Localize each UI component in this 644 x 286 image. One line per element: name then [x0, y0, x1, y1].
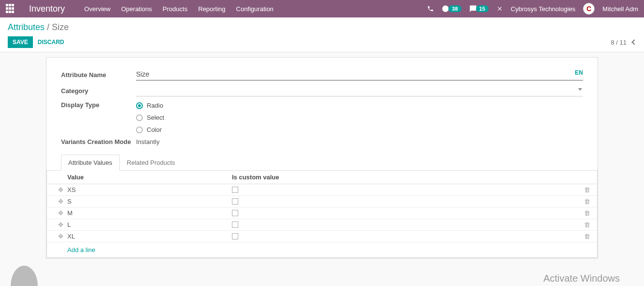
custom-checkbox[interactable]: [232, 198, 238, 205]
custom-checkbox[interactable]: [232, 233, 238, 239]
trash-icon[interactable]: 🗑: [576, 198, 590, 205]
custom-checkbox[interactable]: [232, 187, 238, 193]
avatar[interactable]: C: [583, 3, 595, 15]
col-header-custom: Is custom value: [232, 174, 576, 181]
trash-icon[interactable]: 🗑: [576, 221, 590, 228]
breadcrumb-current: Size: [52, 22, 69, 32]
lang-button[interactable]: EN: [575, 69, 583, 76]
pager: 8 / 11: [611, 39, 636, 46]
menu-reporting[interactable]: Reporting: [198, 5, 225, 13]
attribute-name-input[interactable]: [136, 69, 583, 80]
table-row[interactable]: ✥ XS 🗑: [47, 184, 597, 196]
col-header-value: Value: [67, 174, 232, 181]
messages-button[interactable]: 15: [469, 5, 489, 13]
phone-icon[interactable]: [427, 5, 434, 12]
breadcrumb: Attributes / Size: [8, 22, 636, 32]
drag-handle-icon[interactable]: ✥: [54, 198, 67, 205]
company-name[interactable]: Cybrosys Technologies: [511, 5, 575, 13]
category-label: Category: [61, 87, 136, 95]
breadcrumb-root[interactable]: Attributes: [8, 22, 45, 32]
main-menu: Overview Operations Products Reporting C…: [84, 5, 274, 13]
save-button[interactable]: Save: [8, 36, 33, 48]
chat-bubble-icon[interactable]: [11, 266, 38, 286]
messages-badge: 15: [476, 5, 489, 12]
table-row[interactable]: ✥ XL 🗑: [47, 231, 597, 242]
menu-operations[interactable]: Operations: [121, 5, 152, 13]
drag-handle-icon[interactable]: ✥: [54, 186, 67, 193]
pager-text: 8 / 11: [611, 39, 627, 46]
drag-handle-icon[interactable]: ✥: [54, 221, 67, 228]
top-nav: Inventory Overview Operations Products R…: [0, 0, 644, 17]
table-row[interactable]: ✥ M 🗑: [47, 207, 597, 219]
chevron-down-icon[interactable]: [578, 88, 582, 91]
variants-mode-value: Instantly: [136, 138, 159, 145]
watermark: Activate Windows: [543, 273, 620, 284]
category-input[interactable]: [136, 85, 583, 96]
table-row[interactable]: ✥ L 🗑: [47, 219, 597, 231]
activities-button[interactable]: 38: [442, 5, 461, 13]
drag-handle-icon[interactable]: ✥: [54, 209, 67, 217]
tabs: Attribute Values Related Products: [61, 155, 583, 171]
close-icon[interactable]: [496, 5, 503, 12]
display-type-select-option[interactable]: Select: [136, 114, 164, 121]
app-title[interactable]: Inventory: [29, 4, 65, 14]
values-table: Value Is custom value ✥ XS 🗑 ✥ S 🗑 ✥ M: [46, 170, 598, 258]
control-panel: Attributes / Size Save Discard 8 / 11: [0, 17, 644, 52]
radio-icon-selected: [136, 102, 143, 109]
discard-button[interactable]: Discard: [33, 36, 69, 48]
activities-badge: 38: [448, 5, 461, 12]
user-name[interactable]: Mitchell Adm: [602, 5, 638, 13]
display-type-label: Display Type: [61, 101, 136, 109]
variants-mode-label: Variants Creation Mode: [61, 138, 136, 145]
form-sheet: Attribute Name EN Category Display Type …: [46, 57, 598, 258]
trash-icon[interactable]: 🗑: [576, 209, 590, 217]
radio-icon: [136, 114, 143, 121]
menu-products[interactable]: Products: [163, 5, 187, 13]
trash-icon[interactable]: 🗑: [576, 186, 590, 193]
apps-icon[interactable]: [6, 4, 15, 14]
tab-related-products[interactable]: Related Products: [120, 155, 183, 171]
display-type-color-option[interactable]: Color: [136, 126, 164, 133]
attribute-name-label: Attribute Name: [61, 71, 136, 79]
tab-attribute-values[interactable]: Attribute Values: [61, 155, 120, 171]
right-nav: 38 15 Cybrosys Technologies C Mitchell A…: [427, 3, 638, 15]
menu-overview[interactable]: Overview: [84, 5, 110, 13]
display-type-radio-option[interactable]: Radio: [136, 102, 164, 109]
pager-prev-icon[interactable]: [631, 39, 637, 45]
drag-handle-icon[interactable]: ✥: [54, 233, 67, 240]
trash-icon[interactable]: 🗑: [576, 233, 590, 240]
custom-checkbox[interactable]: [232, 210, 238, 216]
custom-checkbox[interactable]: [232, 222, 238, 228]
radio-icon: [136, 127, 143, 133]
table-row[interactable]: ✥ S 🗑: [47, 196, 597, 207]
menu-configuration[interactable]: Configuration: [236, 5, 274, 13]
add-line-button[interactable]: Add a line: [67, 246, 95, 254]
